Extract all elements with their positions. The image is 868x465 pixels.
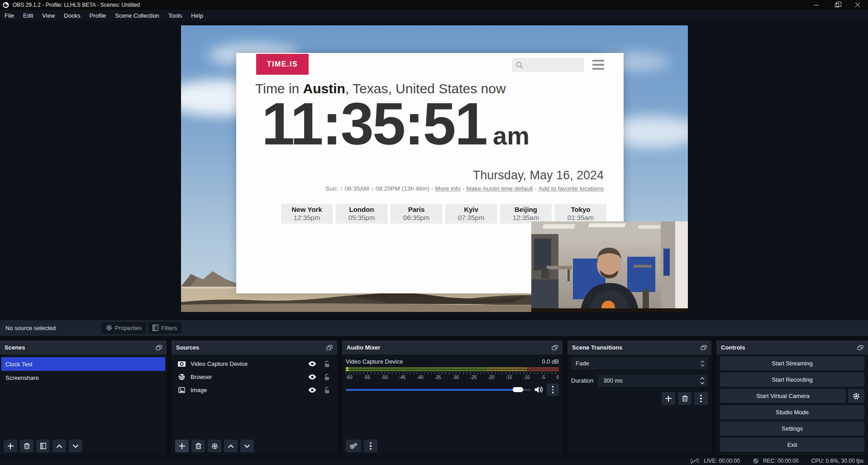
remove-source-button[interactable] (191, 440, 205, 452)
popout-icon[interactable] (156, 345, 162, 350)
sources-dock-header[interactable]: Sources (172, 340, 337, 355)
sun-times: Sun: ↑ 06:35AM ↓ 08:20PM (13h 46m) (325, 185, 429, 192)
source-item-browser[interactable]: Browser (172, 370, 337, 384)
remove-transition-button[interactable] (678, 392, 692, 405)
db-label: -20 (488, 375, 494, 380)
hamburger-menu-icon[interactable] (592, 60, 604, 72)
move-scene-up-button[interactable] (52, 440, 66, 452)
spin-down-icon[interactable] (700, 382, 705, 384)
visibility-toggle[interactable] (307, 387, 317, 393)
move-source-up-button[interactable] (224, 440, 238, 452)
globe-icon (178, 374, 185, 380)
transitions-dock-header[interactable]: Scene Transitions (568, 340, 711, 355)
mixer-dock-title: Audio Mixer (347, 344, 380, 351)
unlock-icon (324, 360, 330, 367)
scene-item-screenshare[interactable]: Screenshare (1, 371, 165, 384)
scene-label: Screenshare (5, 374, 39, 381)
city-paris[interactable]: Paris 06:35pm (391, 204, 442, 224)
add-favorite-link[interactable]: Add to favorite locations (539, 185, 604, 192)
menu-docks[interactable]: Docks (59, 11, 85, 20)
transition-menu-button[interactable] (694, 392, 708, 405)
settings-button[interactable]: Settings (720, 422, 864, 436)
speaker-icon[interactable] (534, 386, 543, 393)
db-label: -35 (434, 375, 441, 380)
mixer-menu-button[interactable] (364, 440, 377, 452)
start-recording-button[interactable]: Start Recording (720, 373, 864, 387)
chevron-up-icon (228, 444, 234, 448)
menu-help[interactable]: Help (186, 11, 208, 20)
move-source-down-button[interactable] (240, 440, 254, 452)
studio-mode-button[interactable]: Studio Mode (720, 405, 864, 419)
add-source-button[interactable] (175, 440, 189, 452)
city-newyork[interactable]: New York 12:35pm (281, 204, 333, 224)
timeis-logo[interactable]: TIME.IS (256, 54, 309, 75)
exit-button[interactable]: Exit (720, 438, 864, 452)
scene-filters-button[interactable] (36, 440, 50, 452)
mixer-dock-header[interactable]: Audio Mixer (342, 340, 563, 355)
record-inactive-icon (753, 458, 759, 464)
controls-dock-header[interactable]: Controls (716, 340, 868, 355)
minimize-button[interactable] (806, 0, 826, 10)
start-streaming-button[interactable]: Start Streaming (720, 356, 864, 370)
virtual-camera-settings-button[interactable] (848, 389, 864, 403)
visibility-toggle[interactable] (307, 374, 317, 380)
chevron-up-icon (701, 360, 705, 363)
menu-scene-collection[interactable]: Scene Collection (110, 11, 164, 20)
city-tokyo[interactable]: Tokyo 01:35am (555, 204, 606, 224)
close-button[interactable] (847, 0, 868, 10)
scenes-dock-header[interactable]: Scenes (0, 340, 167, 355)
spin-up-icon[interactable] (700, 377, 705, 380)
unlock-icon (324, 387, 330, 393)
eye-icon (308, 374, 317, 380)
menu-view[interactable]: View (38, 11, 59, 20)
program-video[interactable]: TIME.IS Time in Austin, Texas, United St… (181, 25, 688, 312)
lock-toggle[interactable] (322, 374, 332, 380)
city-beijing[interactable]: Beijing 12:35am (500, 204, 552, 224)
lock-toggle[interactable] (322, 360, 332, 367)
make-default-link[interactable]: Make Austin time default (466, 185, 533, 192)
filters-button[interactable]: Filters (148, 322, 181, 334)
remove-scene-button[interactable] (20, 440, 33, 452)
mixer-channel-menu-button[interactable] (547, 384, 559, 396)
city-london[interactable]: London 05:35pm (336, 204, 387, 224)
add-transition-button[interactable] (662, 392, 675, 405)
duration-spinbox[interactable]: 300 ms (598, 374, 708, 387)
sources-dock-title: Sources (176, 344, 199, 351)
scene-item-clock-test[interactable]: Clock Test (1, 357, 165, 371)
popout-icon[interactable] (552, 345, 558, 350)
menu-edit[interactable]: Edit (19, 11, 38, 20)
visibility-toggle[interactable] (307, 361, 317, 367)
source-item-video-capture[interactable]: Video Capture Device (172, 357, 337, 370)
move-scene-down-button[interactable] (69, 440, 82, 452)
more-info-link[interactable]: More info (435, 185, 461, 192)
add-scene-button[interactable] (4, 440, 17, 452)
start-virtual-camera-button[interactable]: Start Virtual Camera (720, 389, 846, 403)
search-input[interactable] (512, 58, 584, 72)
menu-profile[interactable]: Profile (85, 11, 110, 20)
menu-file[interactable]: File (0, 11, 19, 20)
preview-canvas[interactable]: TIME.IS Time in Austin, Texas, United St… (0, 21, 868, 320)
filter-icon (40, 443, 46, 449)
popout-icon[interactable] (857, 345, 863, 350)
separator: - (463, 185, 465, 192)
city-name: Paris (408, 206, 425, 214)
source-properties-button[interactable] (208, 440, 221, 452)
popout-icon[interactable] (326, 345, 333, 350)
gear-icon (853, 393, 860, 400)
advanced-audio-button[interactable] (346, 440, 361, 452)
lock-toggle[interactable] (322, 387, 332, 393)
transition-select[interactable]: Fade (571, 357, 708, 369)
menu-tools[interactable]: Tools (164, 11, 186, 20)
popout-icon[interactable] (701, 345, 707, 350)
volume-slider-handle[interactable] (513, 387, 523, 392)
kebab-icon (370, 442, 372, 450)
source-item-image[interactable]: Image (172, 384, 337, 397)
restore-button[interactable] (826, 0, 847, 10)
properties-button[interactable]: Properties (101, 322, 146, 334)
title-bar: OBS 29.1.2 - Profile: LLHLS BETA - Scene… (0, 0, 868, 10)
city-kyiv[interactable]: Kyiv 07:35pm (445, 204, 497, 224)
meter-ticks (346, 372, 559, 374)
volume-slider[interactable] (346, 389, 531, 391)
transitions-dock: Scene Transitions Fade Duration (568, 340, 711, 455)
volume-slider-fill (346, 389, 518, 391)
